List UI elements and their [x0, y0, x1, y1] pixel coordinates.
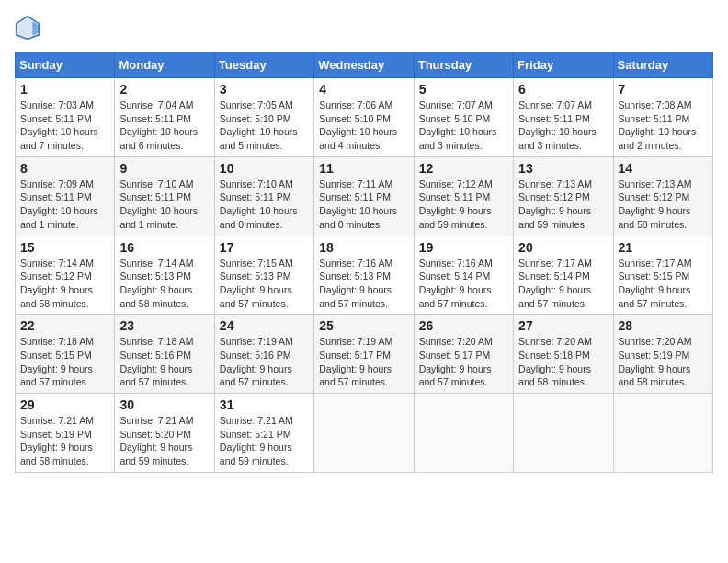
calendar-cell: 31Sunrise: 7:21 AMSunset: 5:21 PMDayligh… — [214, 394, 313, 473]
calendar-cell: 19Sunrise: 7:16 AMSunset: 5:14 PMDayligh… — [414, 236, 513, 315]
page-header — [15, 15, 713, 40]
day-detail: Sunrise: 7:17 AMSunset: 5:14 PMDaylight:… — [518, 257, 608, 311]
calendar-cell: 18Sunrise: 7:16 AMSunset: 5:13 PMDayligh… — [314, 236, 414, 315]
day-detail: Sunrise: 7:06 AMSunset: 5:10 PMDaylight:… — [319, 98, 408, 153]
calendar-week-row: 22Sunrise: 7:18 AMSunset: 5:15 PMDayligh… — [16, 315, 713, 394]
day-number: 31 — [220, 397, 309, 412]
day-number: 23 — [119, 318, 209, 333]
day-number: 30 — [119, 397, 209, 412]
day-detail: Sunrise: 7:07 AMSunset: 5:10 PMDaylight:… — [419, 98, 508, 153]
day-number: 19 — [419, 240, 508, 255]
day-number: 24 — [220, 318, 309, 333]
day-number: 1 — [20, 82, 109, 97]
logo — [15, 15, 44, 40]
day-number: 26 — [419, 318, 508, 333]
day-detail: Sunrise: 7:15 AMSunset: 5:13 PMDaylight:… — [220, 257, 309, 311]
day-detail: Sunrise: 7:18 AMSunset: 5:15 PMDaylight:… — [20, 335, 109, 389]
calendar-week-row: 15Sunrise: 7:14 AMSunset: 5:12 PMDayligh… — [16, 236, 713, 315]
day-number: 15 — [20, 240, 109, 255]
calendar-cell: 10Sunrise: 7:10 AMSunset: 5:11 PMDayligh… — [214, 156, 313, 236]
calendar-cell — [314, 394, 414, 473]
day-number: 3 — [220, 82, 309, 97]
day-detail: Sunrise: 7:16 AMSunset: 5:14 PMDaylight:… — [419, 257, 508, 311]
calendar-cell: 17Sunrise: 7:15 AMSunset: 5:13 PMDayligh… — [214, 236, 313, 315]
day-detail: Sunrise: 7:09 AMSunset: 5:11 PMDaylight:… — [20, 178, 109, 232]
weekday-header: Thursday — [414, 52, 513, 78]
weekday-header: Wednesday — [314, 52, 414, 78]
day-detail: Sunrise: 7:13 AMSunset: 5:12 PMDaylight:… — [619, 178, 708, 232]
calendar-table: SundayMondayTuesdayWednesdayThursdayFrid… — [15, 52, 713, 473]
calendar-cell: 6Sunrise: 7:07 AMSunset: 5:11 PMDaylight… — [514, 78, 613, 157]
day-number: 28 — [619, 318, 708, 333]
day-detail: Sunrise: 7:10 AMSunset: 5:11 PMDaylight:… — [119, 178, 209, 232]
day-detail: Sunrise: 7:19 AMSunset: 5:16 PMDaylight:… — [220, 335, 309, 389]
calendar-cell: 27Sunrise: 7:20 AMSunset: 5:18 PMDayligh… — [514, 315, 613, 394]
day-detail: Sunrise: 7:11 AMSunset: 5:11 PMDaylight:… — [319, 178, 408, 232]
calendar-cell: 2Sunrise: 7:04 AMSunset: 5:11 PMDaylight… — [115, 78, 214, 157]
day-number: 25 — [319, 318, 408, 333]
weekday-header: Tuesday — [214, 52, 313, 78]
day-detail: Sunrise: 7:04 AMSunset: 5:11 PMDaylight:… — [119, 98, 209, 153]
calendar-cell: 13Sunrise: 7:13 AMSunset: 5:12 PMDayligh… — [514, 156, 613, 236]
day-detail: Sunrise: 7:21 AMSunset: 5:20 PMDaylight:… — [119, 414, 209, 468]
calendar-cell: 20Sunrise: 7:17 AMSunset: 5:14 PMDayligh… — [514, 236, 613, 315]
weekday-header: Saturday — [613, 52, 712, 78]
calendar-cell: 22Sunrise: 7:18 AMSunset: 5:15 PMDayligh… — [16, 315, 115, 394]
day-number: 14 — [619, 161, 708, 176]
day-number: 21 — [619, 240, 708, 255]
calendar-week-row: 1Sunrise: 7:03 AMSunset: 5:11 PMDaylight… — [16, 78, 713, 157]
day-detail: Sunrise: 7:19 AMSunset: 5:17 PMDaylight:… — [319, 335, 408, 389]
day-detail: Sunrise: 7:17 AMSunset: 5:15 PMDaylight:… — [619, 257, 708, 311]
calendar-cell: 24Sunrise: 7:19 AMSunset: 5:16 PMDayligh… — [214, 315, 313, 394]
day-number: 16 — [119, 240, 209, 255]
day-detail: Sunrise: 7:21 AMSunset: 5:19 PMDaylight:… — [20, 414, 109, 468]
day-detail: Sunrise: 7:03 AMSunset: 5:11 PMDaylight:… — [20, 98, 109, 153]
calendar-header-row: SundayMondayTuesdayWednesdayThursdayFrid… — [16, 52, 713, 78]
day-number: 6 — [518, 82, 608, 97]
calendar-week-row: 29Sunrise: 7:21 AMSunset: 5:19 PMDayligh… — [16, 394, 713, 473]
calendar-cell: 8Sunrise: 7:09 AMSunset: 5:11 PMDaylight… — [16, 156, 115, 236]
day-detail: Sunrise: 7:05 AMSunset: 5:10 PMDaylight:… — [220, 98, 309, 153]
calendar-cell: 25Sunrise: 7:19 AMSunset: 5:17 PMDayligh… — [314, 315, 414, 394]
day-number: 9 — [119, 161, 209, 176]
day-number: 2 — [119, 82, 209, 97]
calendar-cell: 11Sunrise: 7:11 AMSunset: 5:11 PMDayligh… — [314, 156, 414, 236]
calendar-cell: 23Sunrise: 7:18 AMSunset: 5:16 PMDayligh… — [115, 315, 214, 394]
day-number: 12 — [419, 161, 508, 176]
day-detail: Sunrise: 7:20 AMSunset: 5:17 PMDaylight:… — [419, 335, 508, 389]
day-detail: Sunrise: 7:18 AMSunset: 5:16 PMDaylight:… — [119, 335, 209, 389]
calendar-cell — [514, 394, 613, 473]
day-number: 17 — [220, 240, 309, 255]
day-detail: Sunrise: 7:14 AMSunset: 5:12 PMDaylight:… — [20, 257, 109, 311]
day-number: 11 — [319, 161, 408, 176]
calendar-cell: 3Sunrise: 7:05 AMSunset: 5:10 PMDaylight… — [214, 78, 313, 157]
calendar-cell: 16Sunrise: 7:14 AMSunset: 5:13 PMDayligh… — [115, 236, 214, 315]
calendar-cell: 5Sunrise: 7:07 AMSunset: 5:10 PMDaylight… — [414, 78, 513, 157]
calendar-cell: 1Sunrise: 7:03 AMSunset: 5:11 PMDaylight… — [16, 78, 115, 157]
calendar-cell: 21Sunrise: 7:17 AMSunset: 5:15 PMDayligh… — [613, 236, 712, 315]
day-number: 4 — [319, 82, 408, 97]
day-detail: Sunrise: 7:10 AMSunset: 5:11 PMDaylight:… — [220, 178, 309, 232]
weekday-header: Monday — [115, 52, 214, 78]
calendar-cell: 4Sunrise: 7:06 AMSunset: 5:10 PMDaylight… — [314, 78, 414, 157]
day-detail: Sunrise: 7:16 AMSunset: 5:13 PMDaylight:… — [319, 257, 408, 311]
day-detail: Sunrise: 7:07 AMSunset: 5:11 PMDaylight:… — [518, 98, 608, 153]
day-number: 18 — [319, 240, 408, 255]
calendar-cell: 7Sunrise: 7:08 AMSunset: 5:11 PMDaylight… — [613, 78, 712, 157]
calendar-cell: 9Sunrise: 7:10 AMSunset: 5:11 PMDaylight… — [115, 156, 214, 236]
day-detail: Sunrise: 7:12 AMSunset: 5:11 PMDaylight:… — [419, 178, 508, 232]
calendar-cell — [613, 394, 712, 473]
day-detail: Sunrise: 7:13 AMSunset: 5:12 PMDaylight:… — [518, 178, 608, 232]
day-number: 22 — [20, 318, 109, 333]
day-number: 5 — [419, 82, 508, 97]
day-detail: Sunrise: 7:14 AMSunset: 5:13 PMDaylight:… — [119, 257, 209, 311]
day-number: 27 — [518, 318, 608, 333]
calendar-cell: 14Sunrise: 7:13 AMSunset: 5:12 PMDayligh… — [613, 156, 712, 236]
calendar-cell — [414, 394, 513, 473]
calendar-cell: 26Sunrise: 7:20 AMSunset: 5:17 PMDayligh… — [414, 315, 513, 394]
day-number: 13 — [518, 161, 608, 176]
calendar-cell: 29Sunrise: 7:21 AMSunset: 5:19 PMDayligh… — [16, 394, 115, 473]
day-detail: Sunrise: 7:20 AMSunset: 5:18 PMDaylight:… — [518, 335, 608, 389]
calendar-cell: 28Sunrise: 7:20 AMSunset: 5:19 PMDayligh… — [613, 315, 712, 394]
logo-icon — [15, 15, 40, 40]
